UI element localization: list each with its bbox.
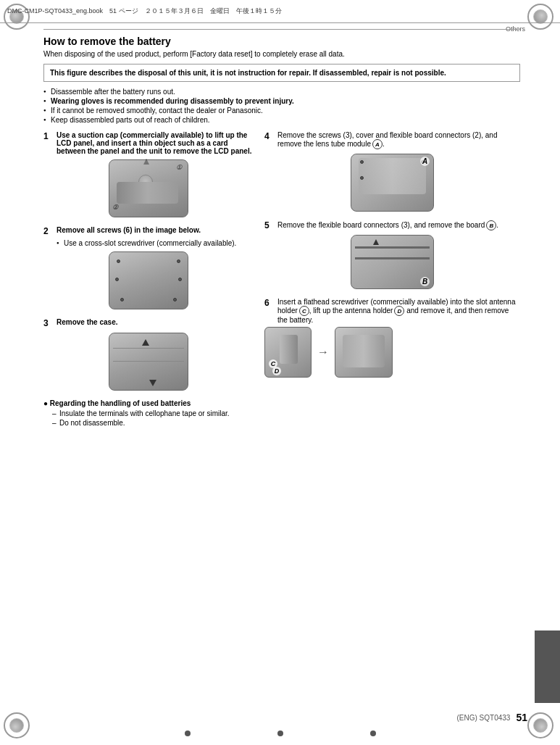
nav-dot-2 [277,731,283,736]
step-2-sub-bullets: Use a cross-slot screwdriver (commercial… [57,239,254,247]
left-column: 1 Use a suction cap (commercially availa… [43,131,254,428]
step-3-image [43,333,254,391]
bullet-item-3: If it cannot be removed smoothly, contac… [43,107,520,115]
bottom-section-title: ● Regarding the handling of used batteri… [43,399,254,407]
label-c-badge: C [299,306,309,316]
step-2-image [43,251,254,309]
step-5-text: Remove the flexible board connectors (3)… [277,220,498,230]
footer: (ENG) SQT0433 51 [36,712,527,723]
two-col-layout: 1 Use a suction cap (commercially availa… [43,131,520,428]
header-text: DMC-CM1P-SQT0433_eng.book 51 ページ ２０１５年３月… [7,7,282,16]
step-4: 4 Remove the screws (3), cover and flexi… [264,131,520,212]
page-title: How to remove the battery [43,36,520,47]
step-2-text: Remove all screws (6) in the image below… [57,226,201,236]
bottom-dash-list: Insulate the terminals with cellophane t… [52,409,254,427]
bottom-section: ● Regarding the handling of used batteri… [43,399,254,427]
step-1-image: ① ② [43,159,254,217]
corner-decoration-br [527,712,556,741]
step-2-num: 2 [43,226,52,236]
label-a-badge: A [372,139,383,149]
label-b-badge: B [486,220,496,230]
nav-dot-3 [370,731,376,736]
nav-dot-1 [185,731,191,736]
step-4-image: A [264,154,520,212]
divider [43,29,520,30]
step-3-text: Remove the case. [57,318,118,328]
warning-box: This figure describes the disposal of th… [43,64,520,82]
page-number: 51 [516,712,527,723]
step-6-images: C D → [264,327,520,378]
step-1: 1 Use a suction cap (commercially availa… [43,131,254,217]
bottom-nav [0,731,560,736]
step-6-image-2 [335,327,393,378]
step-4-num: 4 [264,131,273,149]
step-1-text: Use a suction cap (commercially availabl… [57,131,254,155]
bullet-list: Disassemble after the battery runs out. … [43,88,520,124]
footer-label: (ENG) SQT0433 [457,714,511,722]
subtitle: When disposing of the used product, perf… [43,50,520,58]
label-d-badge: D [394,306,404,316]
bullet-item-1: Disassemble after the battery runs out. [43,88,520,96]
step-4-text: Remove the screws (3), cover and flexibl… [277,131,520,149]
step-3-num: 3 [43,318,52,328]
bullet-item-4: Keep disassembled parts out of reach of … [43,116,520,124]
step-6-num: 6 [264,298,273,324]
corner-decoration-bl [4,712,33,741]
step-6-text: Insert a flathead screwdriver (commercia… [277,298,520,324]
step-1-num: 1 [43,131,52,155]
arrow-right-symbol: → [317,346,329,359]
main-content: How to remove the battery When disposing… [36,23,527,709]
step-2-sub-bullet-1: Use a cross-slot screwdriver (commercial… [57,239,254,247]
step-6-image-1: C D [264,327,312,378]
header-bar: DMC-CM1P-SQT0433_eng.book 51 ページ ２０１５年３月… [0,0,560,23]
step-6: 6 Insert a flathead screwdriver (commerc… [264,298,520,378]
step-5-num: 5 [264,220,273,230]
step-5: 5 Remove the flexible board connectors (… [264,220,520,289]
bottom-item-1: Insulate the terminals with cellophane t… [52,409,254,417]
step-3: 3 Remove the case. [43,318,254,391]
bullet-item-2: Wearing gloves is recommended during dis… [43,97,520,105]
right-sidebar-block [535,630,560,703]
right-column: 4 Remove the screws (3), cover and flexi… [264,131,520,428]
step-5-image: B [264,235,520,289]
step-2: 2 Remove all screws (6) in the image bel… [43,226,254,309]
bottom-item-2: Do not disassemble. [52,419,254,427]
